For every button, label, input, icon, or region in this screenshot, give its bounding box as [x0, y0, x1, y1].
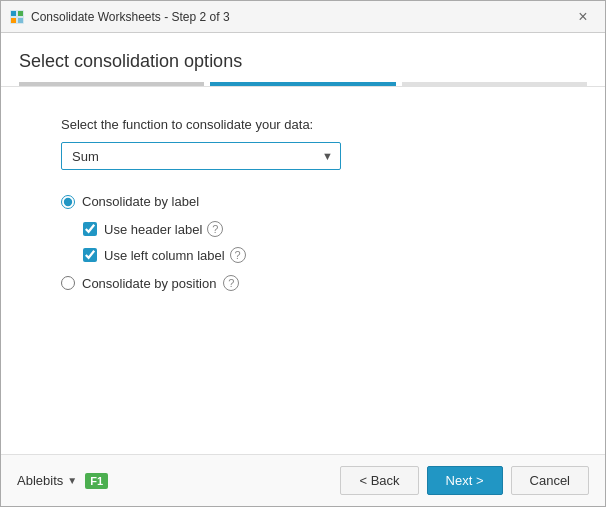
footer: Ablebits ▼ F1 < Back Next > Cancel: [1, 454, 605, 506]
svg-rect-2: [18, 11, 23, 16]
consolidate-by-position-text: Consolidate by position: [82, 276, 216, 291]
back-button[interactable]: < Back: [340, 466, 418, 495]
main-window: Consolidate Worksheets - Step 2 of 3 × S…: [0, 0, 606, 507]
radio-group: Consolidate by label Use header label ? …: [61, 194, 545, 291]
next-button[interactable]: Next >: [427, 466, 503, 495]
use-header-label-checkbox[interactable]: [83, 222, 97, 236]
page-title: Select consolidation options: [19, 51, 587, 72]
use-header-help-icon[interactable]: ?: [207, 221, 223, 237]
cancel-button[interactable]: Cancel: [511, 466, 589, 495]
f1-badge[interactable]: F1: [85, 473, 108, 489]
consolidate-position-help-icon[interactable]: ?: [223, 275, 239, 291]
use-left-column-help-icon[interactable]: ?: [230, 247, 246, 263]
title-bar: Consolidate Worksheets - Step 2 of 3 ×: [1, 1, 605, 33]
app-icon: [9, 9, 25, 25]
header-section: Select consolidation options: [1, 33, 605, 86]
consolidate-by-label-text: Consolidate by label: [82, 194, 199, 209]
use-left-column-label-item[interactable]: Use left column label ?: [83, 247, 545, 263]
svg-rect-4: [18, 18, 23, 23]
use-left-column-label-text: Use left column label ?: [104, 247, 246, 263]
function-select-wrapper: Sum Count Average Max Min Product ▼: [61, 142, 341, 170]
consolidate-by-position-radio[interactable]: [61, 276, 75, 290]
close-button[interactable]: ×: [569, 6, 597, 28]
use-left-column-checkbox[interactable]: [83, 248, 97, 262]
use-header-label-item[interactable]: Use header label ?: [83, 221, 545, 237]
footer-buttons: < Back Next > Cancel: [340, 466, 589, 495]
function-select[interactable]: Sum Count Average Max Min Product: [61, 142, 341, 170]
use-header-label-text: Use header label ?: [104, 221, 223, 237]
content-area: Select the function to consolidate your …: [1, 87, 605, 454]
consolidate-by-label-item[interactable]: Consolidate by label: [61, 194, 545, 209]
function-section: Select the function to consolidate your …: [61, 117, 545, 170]
window-title: Consolidate Worksheets - Step 2 of 3: [31, 10, 230, 24]
function-label: Select the function to consolidate your …: [61, 117, 545, 132]
ablebits-text: Ablebits: [17, 473, 63, 488]
svg-rect-3: [11, 18, 16, 23]
title-bar-left: Consolidate Worksheets - Step 2 of 3: [9, 9, 230, 25]
footer-left: Ablebits ▼ F1: [17, 473, 108, 489]
checkbox-group: Use header label ? Use left column label…: [83, 221, 545, 263]
ablebits-dropdown-icon: ▼: [67, 475, 77, 486]
consolidate-by-label-radio[interactable]: [61, 195, 75, 209]
ablebits-menu[interactable]: Ablebits ▼: [17, 473, 77, 488]
svg-rect-1: [11, 11, 16, 16]
consolidate-by-position-item[interactable]: Consolidate by position ?: [61, 275, 545, 291]
